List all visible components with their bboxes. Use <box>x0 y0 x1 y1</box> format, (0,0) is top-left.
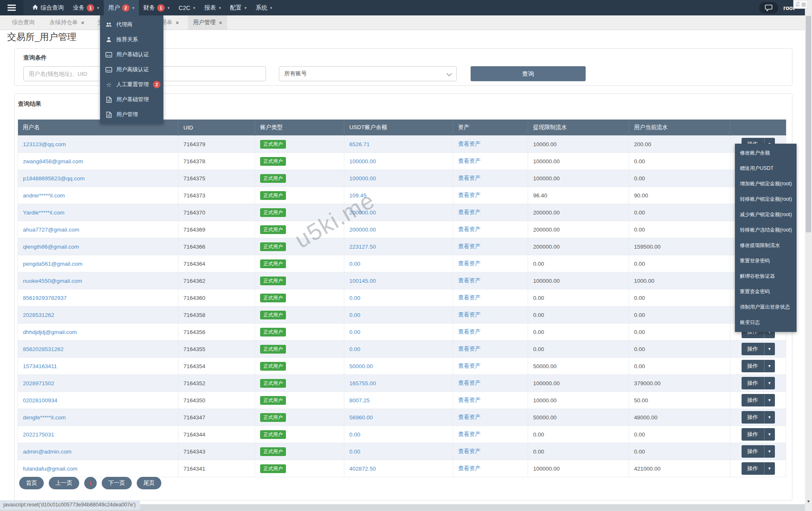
action-menu-item-transfer-frozen-amount[interactable]: 转移账户冻结金额(root) <box>735 222 797 238</box>
nav-item-config[interactable]: 配置▾ <box>226 0 251 15</box>
username-link[interactable]: qlength86@gmail.com <box>23 244 79 250</box>
action-button-label[interactable]: 操作 <box>742 394 764 406</box>
nav-item-system[interactable]: 系统▾ <box>251 0 277 15</box>
action-button-label[interactable]: 操作 <box>742 462 764 475</box>
username-link[interactable]: andrer*****il.com <box>23 192 65 199</box>
chevron-down-icon[interactable]: ▼ <box>764 428 775 441</box>
scrollbar-down-arrow[interactable]: ▼ <box>805 498 812 505</box>
action-menu-item-gift-usdt[interactable]: 赠送用户USDT <box>735 161 797 176</box>
balance-link[interactable]: 100000.00 <box>349 175 376 182</box>
chevron-down-icon[interactable]: ▼ <box>764 360 775 372</box>
action-menu-item-modify-withdraw-flow[interactable]: 修改提现限制流水 <box>735 238 797 253</box>
user-menu-item-agent[interactable]: 代理商 <box>100 17 163 32</box>
username-link[interactable]: 8562028531262 <box>23 346 64 352</box>
username-link[interactable]: zwang8458@gmail.com <box>23 158 83 165</box>
account-type-select[interactable]: 所有账号 <box>279 66 457 81</box>
row-action-split-button[interactable]: 操作▼ <box>742 411 775 424</box>
nav-item-user[interactable]: 用户2▾ <box>104 0 139 15</box>
tab-user-management[interactable]: 用户管理× <box>188 15 227 30</box>
balance-link[interactable]: 0.00 <box>349 346 360 352</box>
row-action-split-button[interactable]: 操作▼ <box>742 377 775 389</box>
username-link[interactable]: pengda561@gmail.com <box>23 261 83 267</box>
balance-link[interactable]: 200000.00 <box>349 227 376 233</box>
vertical-scrollbar[interactable]: ▼ <box>805 0 812 511</box>
view-assets-link[interactable]: 查看资产 <box>458 346 481 352</box>
action-button-label[interactable]: 操作 <box>742 343 764 355</box>
balance-link[interactable]: 0.00 <box>349 431 360 438</box>
pagination-prev[interactable]: 上一页 <box>49 477 79 489</box>
action-button-label[interactable]: 操作 <box>742 377 764 389</box>
action-menu-item-reset-login-password[interactable]: 重置登录密码 <box>735 253 797 269</box>
row-action-split-button[interactable]: 操作▼ <box>742 428 775 441</box>
view-assets-link[interactable]: 查看资产 <box>458 175 481 181</box>
username-link[interactable]: 85619293782937 <box>23 295 67 301</box>
user-menu-item-basic-kyc[interactable]: 用户基础认证 <box>100 47 163 62</box>
username-link[interactable]: 02028100934 <box>23 397 58 404</box>
username-link[interactable]: 2022175031 <box>23 431 54 438</box>
balance-link[interactable]: 100145.00 <box>349 278 376 284</box>
balance-link[interactable]: 0.00 <box>349 295 360 301</box>
row-action-split-button[interactable]: 操作▼ <box>742 445 775 458</box>
action-menu-item-modify-balance[interactable]: 修改账户余额 <box>735 145 797 161</box>
balance-link[interactable]: 109.45 <box>349 192 366 199</box>
username-link[interactable]: nuoke4550@gmail.com <box>23 278 82 284</box>
nav-item-business[interactable]: 业务1▾ <box>68 0 104 15</box>
close-icon[interactable]: × <box>176 20 179 26</box>
view-assets-link[interactable]: 查看资产 <box>458 312 481 318</box>
chevron-down-icon[interactable]: ▼ <box>764 343 775 355</box>
balance-link[interactable]: 50000.00 <box>349 363 373 369</box>
pagination-page-1[interactable]: 1 <box>84 477 97 489</box>
username-link[interactable]: dengfe*****il.com <box>23 414 66 421</box>
view-assets-link[interactable]: 查看资产 <box>458 243 481 249</box>
balance-link[interactable]: 6526.71 <box>349 141 370 147</box>
chevron-down-icon[interactable]: ▼ <box>764 411 775 424</box>
action-menu-item-add-locked-amount[interactable]: 增加账户锁定金额(root) <box>735 176 797 192</box>
tab-perpetual-positions[interactable]: 永续持仓单× <box>45 15 89 30</box>
action-button-label[interactable]: 操作 <box>742 411 764 424</box>
balance-link[interactable]: 0.00 <box>349 329 360 335</box>
tab-overview[interactable]: 综合查询 <box>7 15 40 30</box>
pagination-last[interactable]: 尾页 <box>137 477 161 489</box>
view-assets-link[interactable]: 查看资产 <box>458 380 481 386</box>
view-assets-link[interactable]: 查看资产 <box>458 329 481 335</box>
view-assets-link[interactable]: 查看资产 <box>458 209 481 215</box>
close-icon[interactable]: × <box>81 20 85 26</box>
username-link[interactable]: 15734163411 <box>23 363 57 369</box>
nav-item-report[interactable]: 报表▾ <box>200 0 226 15</box>
row-action-split-button[interactable]: 操作▼ <box>742 462 775 475</box>
view-assets-link[interactable]: 查看资产 <box>458 448 481 454</box>
view-assets-link[interactable]: 查看资产 <box>458 158 481 164</box>
nav-item-overview[interactable]: 综合查询 <box>28 0 68 15</box>
username-link[interactable]: admin@admin.com <box>23 449 72 455</box>
balance-link[interactable]: 0.00 <box>349 261 360 267</box>
scrollbar-thumb[interactable] <box>806 16 811 232</box>
view-assets-link[interactable]: 查看资产 <box>458 260 481 267</box>
user-menu-item-advanced-kyc[interactable]: 用户高级认证 <box>100 62 163 77</box>
action-button-label[interactable]: 操作 <box>742 428 764 441</box>
username-link[interactable]: 2028531262 <box>23 312 54 318</box>
action-menu-item-reduce-locked-amount[interactable]: 减少账户锁定金额(root) <box>735 207 797 222</box>
view-assets-link[interactable]: 查看资产 <box>458 192 481 198</box>
user-menu-item-referral[interactable]: 推荐关系 <box>100 32 163 47</box>
action-menu-item-account-change-log[interactable]: 账变日志 <box>735 315 797 330</box>
chevron-down-icon[interactable]: ▼ <box>764 377 775 389</box>
pagination-next[interactable]: 下一页 <box>102 477 132 489</box>
balance-link[interactable]: 0.00 <box>349 449 360 455</box>
pagination-first[interactable]: 首页 <box>19 477 44 489</box>
view-assets-link[interactable]: 查看资产 <box>458 465 481 471</box>
nav-item-finance[interactable]: 财务1▾ <box>139 0 174 15</box>
close-icon[interactable]: × <box>219 20 222 26</box>
action-menu-item-unbind-google-auth[interactable]: 解绑谷歌验证器 <box>735 269 797 284</box>
action-button-label[interactable]: 操作 <box>742 445 764 458</box>
view-assets-link[interactable]: 查看资产 <box>458 141 481 147</box>
username-link[interactable]: 123123@qq.com <box>23 141 66 147</box>
view-assets-link[interactable]: 查看资产 <box>458 414 481 420</box>
messages-button[interactable] <box>759 2 778 14</box>
view-assets-link[interactable]: 查看资产 <box>458 397 481 403</box>
view-assets-link[interactable]: 查看资产 <box>458 431 481 437</box>
action-button-label[interactable]: 操作 <box>742 360 764 372</box>
balance-link[interactable]: 8007.25 <box>349 397 370 404</box>
balance-link[interactable]: 402872.50 <box>349 466 376 472</box>
username-link[interactable]: p18488695623@qq.com <box>23 175 85 182</box>
action-menu-item-transfer-locked-amount[interactable]: 转移账户锁定金额(root) <box>735 192 797 207</box>
